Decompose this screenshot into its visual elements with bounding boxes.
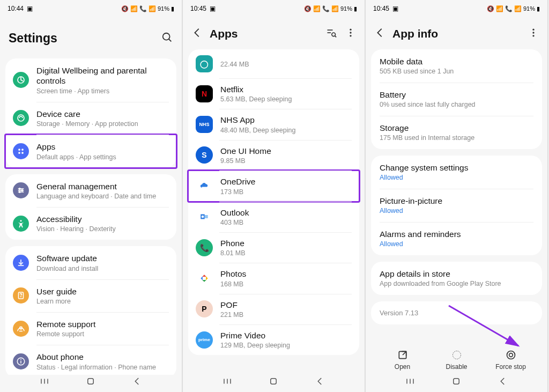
back-button[interactable] — [191, 27, 204, 41]
info-title: App details in store — [380, 269, 533, 279]
info-item-mobile-data[interactable]: Mobile data505 KB used since 1 Jun — [371, 49, 542, 83]
screen-settings: 10:44 ▣ 🔇 📶 📞 📶 91% ▮ Settings Digital W… — [0, 0, 183, 392]
settings-item-access[interactable]: Accessibility Vision · Hearing · Dexteri… — [5, 207, 176, 240]
info-title: Change system settings — [380, 163, 533, 173]
app-name: Prime Video — [220, 330, 290, 341]
info-title: Version 7.13 — [380, 309, 533, 317]
settings-item-wellbeing[interactable]: Digital Wellbeing and parental controls … — [5, 58, 176, 102]
nav-recent[interactable] — [40, 376, 49, 388]
status-time: 10:45 — [373, 5, 389, 12]
app-icon: 📞 — [196, 239, 213, 256]
item-title: Software update — [36, 253, 98, 263]
svg-rect-38 — [271, 379, 277, 384]
guide-icon — [13, 287, 29, 304]
app-item-netflix[interactable]: N Netflix 5.63 MB, Deep sleeping — [188, 78, 359, 109]
nav-bar — [366, 375, 547, 392]
care-icon — [13, 110, 29, 126]
app-item-one-ui-home[interactable]: S One UI Home 9.85 MB — [188, 140, 359, 171]
svg-line-43 — [403, 351, 406, 355]
remote-icon — [13, 321, 29, 337]
svg-point-7 — [21, 152, 24, 154]
info-title: Mobile data — [380, 57, 533, 66]
item-title: About phone — [36, 352, 156, 362]
svg-point-0 — [163, 33, 170, 40]
about-icon — [13, 353, 29, 369]
settings-item-remote[interactable]: Remote support Remote support — [5, 312, 176, 345]
info-title: Picture-in-picture — [380, 196, 533, 206]
settings-item-guide[interactable]: User guide Learn more — [5, 279, 176, 312]
info-item-app-details-in-store[interactable]: App details in storeApp downloaded from … — [371, 262, 542, 295]
mute-icon: 🔇 — [487, 6, 494, 12]
notification-icon: ▣ — [210, 5, 216, 12]
app-size: 403 MB — [220, 219, 249, 226]
nav-home[interactable] — [269, 376, 278, 388]
info-item-alarms-and-reminders[interactable]: Alarms and remindersAllowed — [371, 222, 542, 255]
svg-rect-19 — [20, 361, 21, 364]
app-item-nhs-app[interactable]: NHS NHS App 48.40 MB, Deep sleeping — [188, 109, 359, 139]
back-button[interactable] — [374, 27, 387, 41]
nav-recent[interactable] — [405, 376, 415, 388]
filter-search-icon[interactable] — [326, 27, 337, 40]
item-sub: Screen time · App timers — [36, 87, 169, 95]
wifi-icon: 📶 — [130, 6, 138, 12]
app-item-prime-video[interactable]: prime Prime Video 129 MB, Deep sleeping — [188, 324, 359, 355]
vowifi-icon: 📞 — [505, 6, 513, 12]
settings-item-update[interactable]: Software update Download and install — [5, 246, 176, 279]
disable-label: Disable — [446, 363, 467, 371]
app-item-phone[interactable]: 📞 Phone 8.01 MB — [188, 232, 359, 263]
info-item-version-7-13[interactable]: Version 7.13 — [371, 301, 542, 324]
nav-home[interactable] — [451, 376, 461, 388]
settings-item-general[interactable]: General management Language and keyboard… — [5, 174, 176, 207]
settings-item-about[interactable]: About phone Status · Legal information ·… — [5, 345, 176, 375]
app-item-pof[interactable]: P POF 221 MB — [188, 294, 359, 324]
svg-point-16 — [21, 297, 21, 297]
app-size: 129 MB, Deep sleeping — [220, 342, 290, 349]
open-button[interactable]: Open — [381, 350, 424, 371]
disable-button[interactable]: Disable — [435, 350, 478, 371]
more-icon[interactable] — [528, 27, 539, 40]
app-name: NHS App — [220, 115, 295, 125]
signal-icon: 📶 — [331, 6, 339, 12]
item-title: Device care — [36, 109, 138, 119]
nav-back[interactable] — [498, 376, 508, 388]
nav-bar — [0, 375, 182, 392]
screen-appinfo: 10:45 ▣ 🔇 📶 📞 📶 91% ▮ App info Mobile da… — [366, 0, 548, 392]
info-sub: 175 MB used in Internal storage — [380, 134, 533, 142]
settings-item-apps[interactable]: Apps Default apps · App settings — [5, 135, 176, 167]
svg-point-40 — [532, 32, 534, 33]
info-item-battery[interactable]: Battery0% used since last fully charged — [371, 83, 542, 116]
apps-list: ◯ 22.44 MB N Netflix 5.63 MB, Deep sleep… — [183, 49, 365, 375]
nav-back[interactable] — [315, 376, 325, 388]
update-icon — [13, 255, 29, 271]
nav-recent[interactable] — [222, 376, 232, 388]
app-icon — [196, 208, 213, 225]
notification-icon: ▣ — [392, 5, 398, 12]
force-stop-button[interactable]: Force stop — [489, 350, 532, 371]
info-title: Alarms and reminders — [380, 230, 533, 239]
info-item-change-system-settings[interactable]: Change system settingsAllowed — [371, 156, 542, 189]
app-name: Outlook — [220, 208, 249, 218]
app-icon — [196, 177, 213, 195]
info-sub: Allowed — [380, 207, 533, 215]
nav-home[interactable] — [86, 376, 95, 388]
app-item-photos[interactable]: Photos 168 MB — [188, 263, 359, 293]
item-sub: Learn more — [36, 298, 77, 305]
info-item-storage[interactable]: Storage175 MB used in Internal storage — [371, 116, 542, 149]
nav-back[interactable] — [132, 376, 142, 388]
app-icon: NHS — [196, 116, 213, 133]
page-title: Apps — [210, 27, 238, 40]
app-icon: ◯ — [196, 55, 213, 72]
app-name: Netflix — [220, 84, 292, 94]
svg-point-11 — [19, 188, 20, 189]
page-title: Settings — [9, 31, 57, 46]
info-item-picture-in-picture[interactable]: Picture-in-pictureAllowed — [371, 189, 542, 222]
app-item-outlook[interactable]: Outlook 403 MB — [188, 202, 359, 232]
item-sub: Download and install — [36, 265, 98, 272]
appinfo-header: App info — [366, 15, 547, 49]
settings-item-care[interactable]: Device care Storage · Memory · App prote… — [5, 102, 176, 135]
svg-rect-24 — [88, 379, 94, 384]
search-icon[interactable] — [161, 32, 173, 46]
more-icon[interactable] — [345, 27, 356, 40]
app-item-unknown[interactable]: ◯ 22.44 MB — [188, 49, 359, 78]
app-item-onedrive[interactable]: OneDrive 173 MB — [188, 171, 359, 201]
